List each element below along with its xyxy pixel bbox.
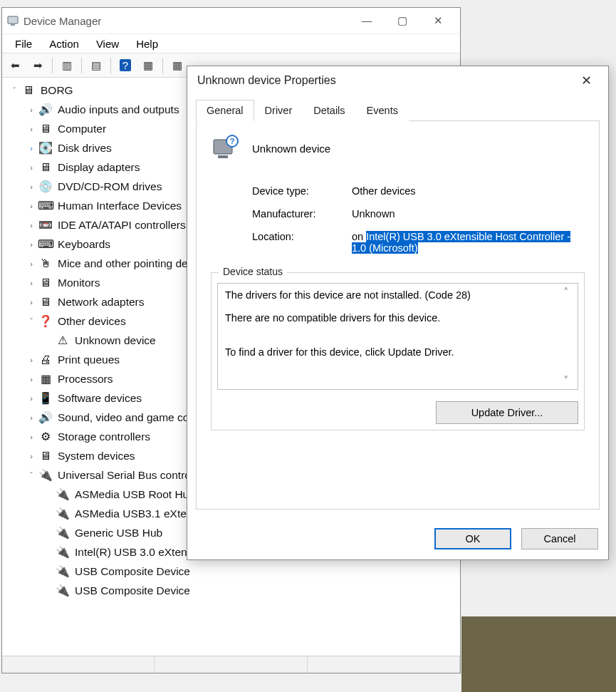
help-icon: ? bbox=[120, 59, 131, 71]
category-label: Network adapters bbox=[58, 296, 144, 309]
tree-item[interactable]: 🔌USB Composite Device bbox=[41, 562, 457, 581]
minimize-button[interactable]: — bbox=[349, 10, 385, 31]
expand-icon[interactable]: › bbox=[26, 105, 36, 115]
toolbar-separator bbox=[162, 58, 163, 73]
device-label: Unknown device bbox=[75, 334, 156, 347]
ok-button[interactable]: OK bbox=[434, 528, 511, 549]
menu-help[interactable]: Help bbox=[127, 36, 167, 51]
tabs: General Driver Details Events bbox=[196, 99, 600, 121]
back-button[interactable]: ⬅ bbox=[5, 56, 25, 75]
category-label: Storage controllers bbox=[58, 430, 150, 443]
scan-icon: ▦ bbox=[143, 59, 153, 72]
expand-icon[interactable]: › bbox=[26, 297, 36, 307]
toolbar-separator bbox=[81, 58, 82, 73]
forward-button[interactable]: ➡ bbox=[28, 56, 48, 75]
maximize-button[interactable]: ▢ bbox=[385, 10, 420, 31]
expand-icon[interactable]: › bbox=[26, 143, 36, 153]
status-line: The drivers for this device are not inst… bbox=[225, 289, 558, 301]
category-icon: 💽 bbox=[38, 141, 53, 155]
expand-icon[interactable]: ˇ bbox=[26, 470, 36, 480]
expand-icon[interactable]: › bbox=[26, 182, 36, 192]
status-bar bbox=[2, 656, 460, 673]
category-icon: 🖥 bbox=[38, 449, 53, 463]
close-button[interactable]: ✕ bbox=[420, 10, 456, 31]
cancel-button[interactable]: Cancel bbox=[521, 528, 598, 549]
category-icon: 🖱 bbox=[38, 257, 53, 271]
device-status-text[interactable]: The drivers for this device are not inst… bbox=[217, 283, 578, 390]
expand-spacer bbox=[43, 490, 53, 500]
dialog-titlebar[interactable]: Unknown device Properties ✕ bbox=[187, 66, 608, 95]
label-manufacturer: Manufacturer: bbox=[252, 208, 352, 220]
toolbar-separator bbox=[110, 58, 111, 73]
action-button[interactable]: ▦ bbox=[167, 56, 187, 75]
category-icon: 🖥 bbox=[38, 276, 53, 290]
expand-spacer bbox=[43, 567, 53, 577]
category-label: DVD/CD-ROM drives bbox=[58, 180, 162, 193]
expand-spacer bbox=[43, 509, 53, 519]
expand-icon[interactable]: › bbox=[26, 201, 36, 211]
expand-icon[interactable]: ˇ bbox=[9, 86, 19, 95]
value-manufacturer: Unknown bbox=[352, 208, 585, 220]
update-driver-button[interactable]: Update Driver... bbox=[436, 401, 578, 424]
category-label: Keyboards bbox=[58, 238, 110, 251]
category-icon: ▦ bbox=[38, 372, 53, 386]
expand-icon[interactable]: › bbox=[26, 355, 36, 365]
scan-hardware-button[interactable]: ▦ bbox=[138, 56, 158, 75]
computer-icon: 🖥 bbox=[21, 83, 36, 98]
tab-details[interactable]: Details bbox=[303, 100, 355, 121]
arrow-right-icon: ➡ bbox=[33, 59, 43, 72]
properties-dialog: Unknown device Properties ✕ General Driv… bbox=[187, 66, 609, 560]
expand-icon[interactable]: › bbox=[26, 220, 36, 230]
category-label: Monitors bbox=[58, 277, 100, 289]
category-label: System devices bbox=[58, 450, 135, 463]
expand-icon[interactable]: › bbox=[26, 413, 36, 423]
category-icon: 💿 bbox=[38, 180, 53, 194]
category-icon: 📱 bbox=[38, 391, 53, 406]
panel-icon: ▥ bbox=[62, 59, 72, 72]
category-icon: 🔌 bbox=[38, 468, 53, 482]
status-line bbox=[225, 324, 558, 335]
expand-icon[interactable]: › bbox=[26, 451, 36, 461]
location-highlight[interactable]: Intel(R) USB 3.0 eXtensible Host Control… bbox=[352, 231, 570, 254]
show-hide-tree-button[interactable]: ▥ bbox=[57, 56, 77, 75]
titlebar[interactable]: Device Manager — ▢ ✕ bbox=[2, 8, 460, 33]
expand-icon[interactable]: › bbox=[26, 393, 36, 403]
menu-file[interactable]: File bbox=[6, 36, 41, 51]
tree-item[interactable]: 🔌USB Composite Device bbox=[41, 581, 457, 600]
category-icon: ⌨ bbox=[38, 237, 53, 252]
menu-action[interactable]: Action bbox=[41, 36, 88, 51]
svg-rect-0 bbox=[8, 16, 18, 24]
properties-button[interactable]: ▤ bbox=[86, 56, 106, 75]
tab-driver[interactable]: Driver bbox=[254, 100, 303, 121]
device-icon: 🔌 bbox=[55, 545, 71, 559]
expand-icon[interactable]: › bbox=[26, 278, 36, 288]
svg-rect-1 bbox=[11, 24, 15, 26]
expand-icon[interactable]: › bbox=[26, 124, 36, 134]
tab-events[interactable]: Events bbox=[356, 100, 409, 121]
expand-icon[interactable]: › bbox=[26, 374, 36, 384]
device-name: Unknown device bbox=[252, 143, 330, 155]
expand-icon[interactable]: ˇ bbox=[26, 316, 36, 326]
value-location: on Intel(R) USB 3.0 eXtensible Host Cont… bbox=[352, 231, 585, 254]
scroll-up-icon[interactable]: ˄ bbox=[563, 286, 576, 298]
category-icon: 🖥 bbox=[38, 122, 53, 136]
menubar: File Action View Help bbox=[2, 33, 460, 53]
tab-general[interactable]: General bbox=[196, 100, 254, 121]
category-label: Computer bbox=[58, 123, 106, 135]
device-icon: 🔌 bbox=[55, 584, 71, 598]
menu-view[interactable]: View bbox=[88, 36, 127, 51]
expand-icon[interactable]: › bbox=[26, 432, 36, 442]
expand-icon[interactable]: › bbox=[26, 162, 36, 172]
app-icon bbox=[6, 14, 19, 27]
expand-icon[interactable]: › bbox=[26, 259, 36, 269]
label-device-type: Device type: bbox=[252, 185, 352, 197]
location-prefix: on bbox=[352, 231, 366, 242]
category-label: IDE ATA/ATAPI controllers bbox=[58, 219, 186, 232]
device-icon: 🔌 bbox=[55, 564, 71, 579]
help-button[interactable]: ? bbox=[115, 56, 135, 75]
expand-icon[interactable]: › bbox=[26, 239, 36, 249]
status-line bbox=[225, 335, 558, 346]
scroll-down-icon[interactable]: ˅ bbox=[563, 375, 576, 386]
scrollbar[interactable]: ˄ ˅ bbox=[563, 286, 576, 386]
dialog-close-button[interactable]: ✕ bbox=[574, 68, 598, 93]
